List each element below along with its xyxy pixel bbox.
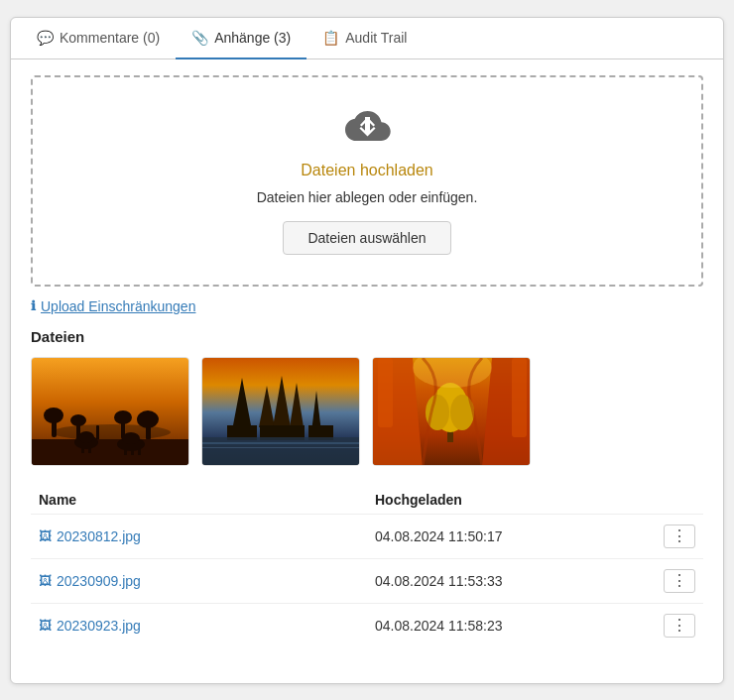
upload-title: Dateien hochladen <box>53 162 681 179</box>
svg-rect-23 <box>138 447 141 455</box>
file-link-0[interactable]: 🖼 20230812.jpg <box>39 528 359 544</box>
tab-anhaenge-label: Anhänge (3) <box>214 30 291 46</box>
svg-rect-21 <box>124 447 127 455</box>
file-link-1[interactable]: 🖼 20230909.jpg <box>39 573 359 589</box>
file-menu-button-0[interactable]: ⋮ <box>664 525 695 548</box>
table-row: 🖼 20230812.jpg 04.08.2024 11:50:17 ⋮ <box>31 514 703 558</box>
file-icon-1: 🖼 <box>39 573 52 588</box>
kommentare-icon: 💬 <box>37 30 54 46</box>
svg-point-11 <box>114 410 132 424</box>
file-name-2: 20230923.jpg <box>57 618 141 634</box>
tab-content: Dateien hochladen Dateien hier ablegen o… <box>11 59 723 663</box>
upload-restrictions-link[interactable]: Upload Einschränkungen <box>41 298 195 314</box>
tab-bar: 💬 Kommentare (0) 📎 Anhänge (3) 📋 Audit T… <box>11 18 723 59</box>
table-row: 🖼 20230923.jpg 04.08.2024 11:58:23 ⋮ <box>31 603 703 647</box>
svg-rect-22 <box>131 447 134 455</box>
thumbnails-row <box>31 357 703 466</box>
file-name-0: 20230812.jpg <box>57 528 141 544</box>
svg-point-8 <box>70 414 86 426</box>
svg-rect-45 <box>512 358 527 437</box>
svg-point-16 <box>78 431 94 443</box>
tab-kommentare-label: Kommentare (0) <box>60 30 160 46</box>
svg-rect-44 <box>378 358 393 427</box>
svg-rect-18 <box>88 445 91 453</box>
col-header-actions <box>602 486 703 515</box>
file-actions-cell-2: ⋮ <box>602 603 703 647</box>
file-icon-2: 🖼 <box>39 618 52 633</box>
tab-audit-trail-label: Audit Trail <box>345 30 407 46</box>
file-link-2[interactable]: 🖼 20230923.jpg <box>39 618 359 634</box>
files-section-label: Dateien <box>31 328 703 345</box>
anhaenge-icon: 📎 <box>191 30 208 46</box>
tab-kommentare[interactable]: 💬 Kommentare (0) <box>21 18 176 59</box>
svg-point-20 <box>122 432 140 444</box>
upload-restrictions-row: ℹ Upload Einschränkungen <box>31 298 703 314</box>
files-table: Name Hochgeladen 🖼 20230812.jpg 04.08.20… <box>31 486 703 647</box>
file-menu-button-2[interactable]: ⋮ <box>664 614 695 638</box>
svg-point-6 <box>44 408 63 423</box>
tab-audit-trail[interactable]: 📋 Audit Trail <box>306 18 423 59</box>
svg-rect-38 <box>202 437 360 466</box>
file-actions-cell-1: ⋮ <box>602 558 703 603</box>
thumbnail-2[interactable] <box>201 357 360 466</box>
file-uploaded-cell-2: 04.08.2024 11:58:23 <box>367 603 602 647</box>
col-header-name: Name <box>31 486 367 515</box>
info-icon: ℹ <box>31 298 36 313</box>
audit-trail-icon: 📋 <box>322 30 339 46</box>
upload-dropzone[interactable]: Dateien hochladen Dateien hier ablegen o… <box>31 75 703 287</box>
svg-rect-17 <box>81 445 84 453</box>
main-card: 💬 Kommentare (0) 📎 Anhänge (3) 📋 Audit T… <box>10 17 724 684</box>
svg-rect-39 <box>202 442 360 444</box>
file-uploaded-cell-1: 04.08.2024 11:53:33 <box>367 558 602 603</box>
file-name-1: 20230909.jpg <box>57 573 141 589</box>
file-name-cell: 🖼 20230923.jpg <box>31 603 367 647</box>
select-files-button[interactable]: Dateien auswählen <box>283 221 450 255</box>
svg-rect-14 <box>32 439 189 466</box>
table-row: 🖼 20230909.jpg 04.08.2024 11:53:33 ⋮ <box>31 558 703 603</box>
upload-hint: Dateien hier ablegen oder einfügen. <box>53 189 681 205</box>
cloud-upload-icon <box>53 107 681 154</box>
file-icon-0: 🖼 <box>39 528 52 543</box>
svg-point-13 <box>137 410 159 428</box>
tab-anhaenge[interactable]: 📎 Anhänge (3) <box>176 18 306 59</box>
thumbnail-1[interactable] <box>31 357 189 466</box>
col-header-uploaded: Hochgeladen <box>367 486 602 515</box>
thumbnail-3[interactable] <box>372 357 531 466</box>
file-uploaded-cell-0: 04.08.2024 11:50:17 <box>367 514 602 558</box>
file-menu-button-1[interactable]: ⋮ <box>664 569 695 593</box>
svg-rect-40 <box>202 447 360 448</box>
file-name-cell: 🖼 20230909.jpg <box>31 558 367 603</box>
file-name-cell: 🖼 20230812.jpg <box>31 514 367 558</box>
file-actions-cell-0: ⋮ <box>602 514 703 558</box>
